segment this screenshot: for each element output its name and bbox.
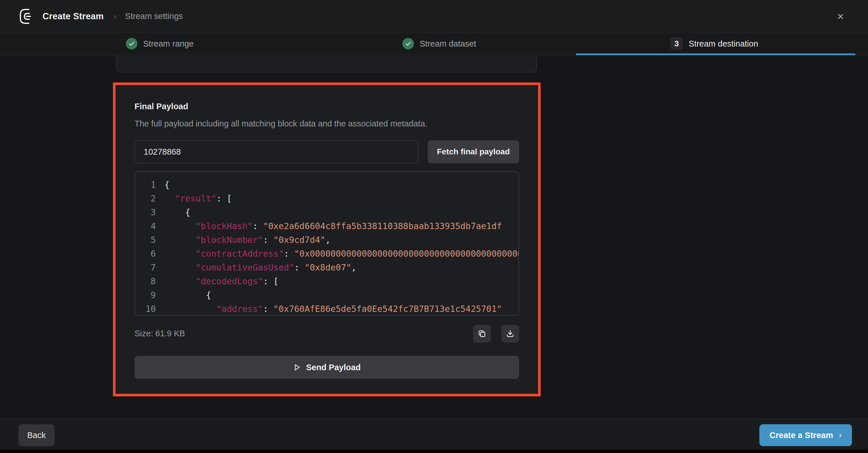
code-token: "decodedLogs": [195, 276, 263, 286]
code-token: :: [294, 263, 305, 272]
play-icon: [293, 363, 301, 371]
download-button[interactable]: [501, 325, 519, 343]
code-token: {: [164, 207, 190, 217]
final-payload-panel: Final Payload The full payload including…: [116, 85, 538, 394]
active-step-indicator: [576, 54, 855, 55]
code-token: :: [284, 249, 294, 259]
code-token: {: [164, 180, 169, 190]
code-token: "0x9cd7d4": [273, 235, 326, 245]
code-token: ,: [326, 235, 331, 245]
header-bar: Create Stream › Stream settings ×: [0, 0, 868, 33]
section-description: The full payload including all matching …: [134, 119, 427, 128]
check-icon: [126, 38, 137, 50]
code-token: [164, 235, 195, 245]
code-line: 1{: [135, 178, 519, 191]
footer-bar: Back Create a Stream ›: [0, 419, 868, 450]
code-line: 4 "blockHash": "0xe2a6d6604c8ffa5b338110…: [135, 219, 519, 233]
line-number: 1: [143, 180, 156, 190]
code-token: "contractAddress": [195, 249, 284, 259]
copy-icon: [478, 329, 486, 338]
create-stream-button[interactable]: Create a Stream ›: [760, 424, 852, 446]
code-token: "result": [175, 193, 216, 204]
line-number: 9: [143, 290, 156, 300]
app-logo-icon: [18, 8, 34, 25]
code-line: 6 "contractAddress": "0x0000000000000000…: [135, 247, 519, 261]
step-stream-dataset[interactable]: Stream dataset: [402, 33, 476, 55]
step-label: Stream range: [143, 39, 194, 49]
code-token: "0x8de07": [305, 263, 351, 272]
step-label: Stream destination: [689, 39, 758, 49]
line-number: 7: [143, 263, 156, 272]
back-button[interactable]: Back: [19, 424, 55, 446]
code-token: {: [164, 290, 211, 300]
line-number: 4: [143, 221, 156, 231]
code-token: "blockNumber": [195, 235, 263, 245]
line-number: 8: [143, 276, 156, 286]
code-token: "cumulativeGasUsed": [195, 263, 294, 272]
code-token: :: [263, 235, 273, 245]
code-token: : [: [263, 276, 279, 286]
line-number: 2: [143, 193, 156, 204]
code-token: [164, 276, 195, 286]
fetch-final-payload-button[interactable]: Fetch final payload: [428, 140, 519, 163]
code-line: 5 "blockNumber": "0x9cd7d4",: [135, 233, 519, 247]
code-token: "0xe2a6d6604c8ffa5b338110388baab133935db…: [263, 221, 502, 231]
code-token: :: [253, 221, 263, 231]
code-token: [164, 221, 195, 231]
code-token: :: [263, 304, 273, 314]
line-number: 3: [143, 207, 156, 217]
code-line: 3 {: [135, 205, 519, 219]
window-bottom-edge: [0, 450, 868, 453]
code-token: : [: [216, 193, 232, 204]
previous-section-card: [116, 56, 537, 72]
check-icon: [402, 38, 414, 50]
step-stream-range[interactable]: Stream range: [126, 33, 194, 55]
payload-size-label: Size: 61.9 KB: [134, 329, 185, 338]
page-title: Create Stream: [42, 11, 104, 22]
send-payload-button[interactable]: Send Payload: [134, 356, 519, 379]
code-token: [164, 304, 216, 314]
step-stream-destination[interactable]: 3 Stream destination: [670, 33, 758, 55]
copy-button[interactable]: [473, 325, 491, 343]
create-stream-label: Create a Stream: [770, 430, 833, 440]
section-title: Final Payload: [134, 102, 188, 111]
code-token: ,: [351, 263, 356, 272]
line-number: 5: [143, 235, 156, 245]
line-number: 6: [143, 249, 156, 259]
breadcrumb-chevron-icon: ›: [114, 11, 116, 21]
chevron-right-icon: ›: [839, 430, 842, 440]
download-icon: [506, 329, 515, 338]
code-token: [164, 263, 195, 272]
highlight-outline: Final Payload The full payload including…: [113, 83, 540, 396]
code-token: "blockHash": [195, 221, 253, 231]
payload-code-viewer[interactable]: 1{2 "result": [3 {4 "blockHash": "0xe2a6…: [134, 171, 519, 315]
code-line: 7 "cumulativeGasUsed": "0x8de07",: [135, 261, 519, 274]
send-payload-label: Send Payload: [306, 363, 361, 372]
breadcrumb: Stream settings: [125, 11, 183, 21]
code-token: "0x760AfE86e5de5fa0Ee542fc7B7B713e1c5425…: [273, 304, 502, 314]
code-line: 2 "result": [: [135, 191, 519, 205]
close-icon[interactable]: ×: [837, 11, 844, 22]
code-token: [164, 249, 195, 259]
code-line: 10 "address": "0x760AfE86e5de5fa0Ee542fc…: [135, 302, 519, 315]
step-label: Stream dataset: [420, 39, 476, 49]
code-line: 9 {: [135, 288, 519, 302]
code-token: "address": [216, 304, 263, 314]
step-number-badge: 3: [670, 37, 683, 50]
stepper-bar: Stream range Stream dataset 3 Stream des…: [0, 33, 868, 55]
code-line: 8 "decodedLogs": [: [135, 274, 519, 288]
line-number: 10: [143, 304, 156, 314]
code-token: "0x0000000000000000000000000000000000000…: [294, 249, 519, 259]
code-token: [164, 193, 175, 204]
block-number-input[interactable]: [134, 140, 418, 163]
